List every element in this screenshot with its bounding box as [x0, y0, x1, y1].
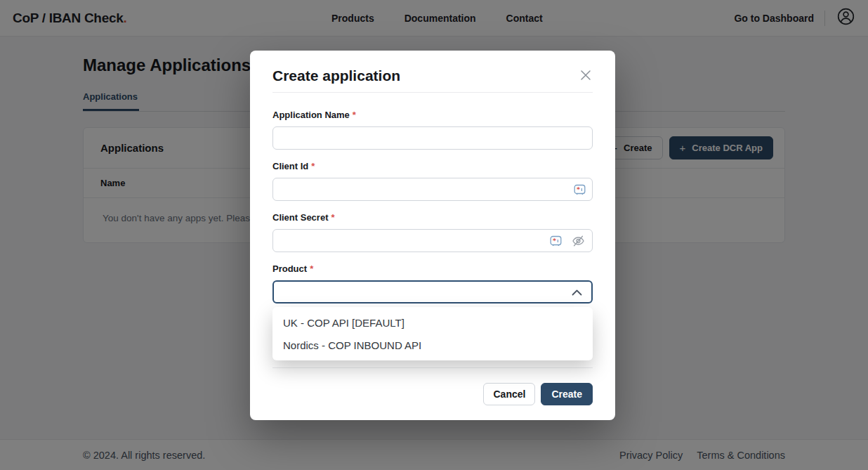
product-select[interactable]	[272, 280, 593, 303]
modal-header: Create application	[250, 51, 615, 84]
field-product: Product*	[272, 263, 593, 303]
client-secret-label: Client Secret*	[272, 212, 593, 223]
svg-text:*: *	[553, 236, 556, 244]
application-name-input[interactable]	[272, 126, 593, 150]
field-client-secret: Client Secret* *	[272, 212, 593, 252]
page: CoP / IBAN Check. Products Documentation…	[0, 0, 868, 470]
field-client-id: Client Id* *	[272, 161, 593, 201]
product-option-uk-cop-api[interactable]: UK - COP API [DEFAULT]	[272, 311, 593, 334]
application-name-label: Application Name*	[272, 110, 593, 120]
modal-footer: Cancel Create	[250, 367, 615, 420]
required-asterisk: *	[310, 263, 313, 274]
modal-title: Create application	[272, 67, 579, 84]
required-asterisk: *	[311, 161, 315, 171]
chevron-up-icon	[572, 286, 582, 299]
required-asterisk: *	[353, 110, 356, 120]
product-option-nordics-cop-inbound-api[interactable]: Nordics - COP INBOUND API	[272, 334, 593, 356]
autofill-vault-icon[interactable]: *	[550, 235, 562, 247]
svg-text:*: *	[577, 185, 580, 192]
product-label: Product*	[272, 263, 593, 274]
cancel-button[interactable]: Cancel	[483, 383, 535, 405]
required-asterisk: *	[331, 212, 334, 223]
close-icon	[580, 72, 591, 83]
close-button[interactable]	[579, 67, 593, 83]
client-id-label: Client Id*	[272, 161, 593, 171]
modal-footer-divider	[272, 367, 593, 368]
client-id-input[interactable]	[272, 178, 593, 201]
client-secret-input[interactable]	[272, 229, 593, 252]
create-application-modal: Create application Application Name* Cli…	[250, 51, 615, 420]
eye-off-icon[interactable]	[571, 234, 586, 247]
autofill-vault-icon[interactable]: *	[574, 183, 586, 195]
field-application-name: Application Name*	[272, 110, 593, 150]
modal-body: Application Name* Client Id* *	[250, 93, 615, 303]
product-dropdown-list: UK - COP API [DEFAULT] Nordics - COP INB…	[272, 307, 593, 360]
modal-create-button[interactable]: Create	[541, 383, 593, 405]
